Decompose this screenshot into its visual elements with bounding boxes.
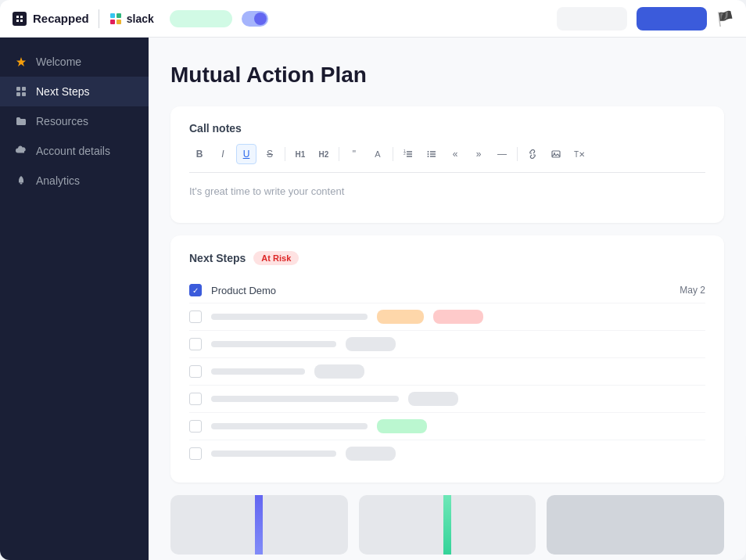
task-checkbox-3[interactable] [189,338,202,350]
task-label-placeholder-2 [211,314,368,320]
bottom-row [170,495,724,555]
task-checkbox-5[interactable] [189,393,202,405]
sidebar-item-next-steps[interactable]: Next Steps [0,77,149,106]
slack-label: slack [127,13,154,25]
toolbar-divider-2 [339,147,339,161]
task-label-placeholder-7 [211,451,336,457]
sidebar-item-resources[interactable]: Resources [0,106,149,136]
sidebar-welcome-label: Welcome [36,56,81,68]
sidebar-account-label: Account details [36,145,110,157]
svg-rect-4 [110,13,115,18]
task-row [189,440,705,467]
bold-button[interactable]: B [189,144,210,164]
ghost-button[interactable] [557,7,627,31]
task-checkbox-7[interactable] [189,447,202,460]
editor-toolbar: B I U S H1 H2 " A 12 « » — [189,144,705,173]
ordered-list-button[interactable]: 12 [398,144,418,164]
svg-point-23 [428,153,429,155]
toggle-switch[interactable] [242,11,268,27]
quote-button[interactable]: " [344,144,364,164]
toolbar-divider-3 [393,147,393,161]
call-notes-card: Call notes B I U S H1 H2 " A 12 « [170,106,724,223]
sidebar-item-welcome[interactable]: Welcome [0,47,149,77]
next-steps-card: Next Steps At Risk ✓ Product Demo May 2 [170,235,724,483]
image-button[interactable] [546,144,566,164]
link-button[interactable] [522,144,543,164]
task-row [189,413,705,440]
sidebar-item-account-details[interactable]: Account details [0,136,149,166]
brand-name: Recapped [33,12,89,25]
brand-logo: Recapped [13,12,89,26]
folder-icon [14,114,28,128]
task-checkbox-1[interactable]: ✓ [189,284,202,296]
bottom-card-2 [359,495,536,555]
sidebar-item-analytics[interactable]: Analytics [0,166,149,196]
task-date-placeholder-6 [377,419,427,433]
task-label-placeholder-5 [211,396,399,402]
align-button[interactable]: — [492,144,512,164]
svg-rect-3 [20,20,23,22]
svg-rect-1 [20,16,23,18]
svg-rect-9 [16,87,20,91]
task-checkbox-2[interactable] [189,311,202,323]
h2-button[interactable]: H2 [314,144,334,164]
main-content: Mutual Action Plan Call notes B I U S H1… [149,38,746,560]
underline-button[interactable]: U [236,144,256,164]
task-date-placeholder-5 [408,392,458,406]
slack-brand: slack [109,12,154,26]
call-notes-title: Call notes [189,122,705,135]
bell-icon [14,174,28,188]
unordered-list-button[interactable] [421,144,442,164]
task-checkbox-4[interactable] [189,365,202,378]
svg-rect-12 [22,92,26,96]
task-row: ✓ Product Demo May 2 [189,278,705,303]
svg-rect-11 [16,92,20,96]
task-date-1: May 2 [668,285,705,296]
indent-right-button[interactable]: » [468,144,489,164]
editor-placeholder[interactable]: It's great time to write your content [189,182,705,207]
task-date-placeholder-4 [314,364,364,379]
task-row [189,386,705,413]
navbar: Recapped slack 🏴 [0,0,746,38]
svg-rect-13 [20,183,23,185]
sidebar-next-steps-label: Next Steps [36,85,89,98]
svg-rect-6 [110,20,115,24]
nav-divider [99,9,99,28]
strikethrough-button[interactable]: S [260,144,280,164]
sidebar-resources-label: Resources [36,115,88,127]
cloud-icon [14,144,28,158]
task-row [189,358,705,386]
sidebar-analytics-label: Analytics [36,174,80,187]
next-steps-title: Next Steps [189,252,246,264]
task-checkbox-6[interactable] [189,420,202,433]
color-button[interactable]: A [368,144,388,164]
primary-button[interactable] [637,7,707,31]
h1-button[interactable]: H1 [290,144,310,164]
task-label-1: Product Demo [211,285,658,296]
italic-button[interactable]: I [213,144,233,164]
stripe-1 [255,495,263,555]
bottom-card-3 [547,495,724,555]
stripe-2 [443,495,451,555]
task-label-placeholder-3 [211,341,336,347]
next-steps-header: Next Steps At Risk [189,251,705,265]
brand-icon [13,12,27,26]
page-title: Mutual Action Plan [170,63,724,88]
indent-left-button[interactable]: « [445,144,465,164]
task-row [189,303,705,331]
bottom-card-1 [170,495,348,555]
flag-icon: 🏴 [716,10,733,27]
star-icon [14,55,28,69]
task-date-placeholder-3 [346,337,396,351]
task-date-placeholder-2 [433,310,483,324]
task-tag-2 [377,310,424,324]
toolbar-divider-4 [517,147,518,161]
sidebar: Welcome Next Steps Resources [0,38,149,560]
task-label-placeholder-6 [211,423,368,429]
status-pill [170,10,232,27]
grid-icon [14,84,28,99]
clear-format-button[interactable]: T✕ [569,144,590,164]
at-risk-badge: At Risk [253,251,299,265]
toolbar-divider-1 [285,147,285,161]
task-label-placeholder-4 [211,368,305,375]
